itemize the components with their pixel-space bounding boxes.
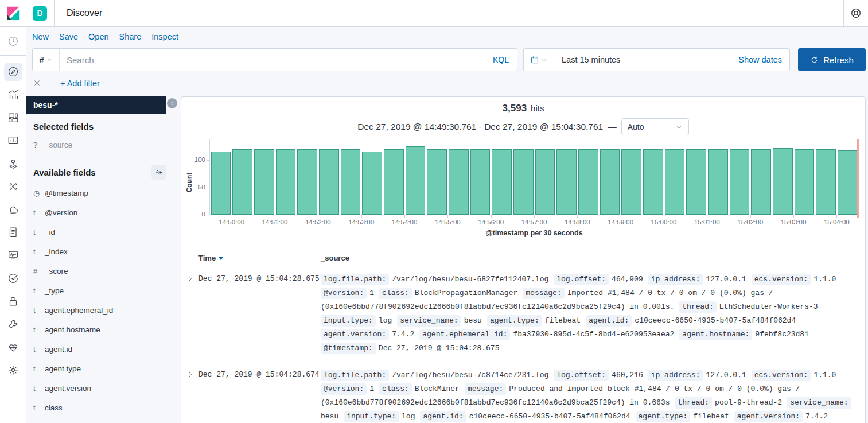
field-item-agent.ephemeral_id[interactable]: tagent.ephemeral_id bbox=[26, 300, 174, 320]
quick-select-menu-button[interactable] bbox=[524, 49, 554, 71]
field-key-badge: agent.type: bbox=[487, 315, 542, 327]
field-name: _source bbox=[45, 141, 72, 149]
toolbar-link-inspect[interactable]: Inspect bbox=[151, 32, 178, 41]
histogram-bar-14:56:00[interactable] bbox=[492, 149, 512, 215]
refresh-button[interactable]: Refresh bbox=[798, 48, 866, 71]
query-bar: # KQL bbox=[32, 48, 517, 71]
nav-visualize[interactable] bbox=[0, 83, 26, 106]
histogram-bar-14:51:30[interactable] bbox=[297, 149, 317, 215]
expand-row-icon[interactable] bbox=[181, 368, 198, 423]
siem-icon bbox=[4, 292, 22, 311]
nav-discover[interactable] bbox=[0, 60, 26, 83]
histogram-bar-15:04:00[interactable] bbox=[838, 150, 858, 215]
histogram-bar-14:54:30[interactable] bbox=[427, 149, 447, 215]
nav-apm[interactable] bbox=[0, 244, 26, 267]
field-type-icon: t bbox=[33, 364, 43, 373]
add-filter-button[interactable]: + Add filter bbox=[60, 79, 100, 88]
histogram-bar-14:52:30[interactable] bbox=[341, 149, 361, 215]
field-key-badge: class: bbox=[379, 383, 412, 395]
histogram-bar-14:55:30[interactable] bbox=[470, 149, 491, 215]
histogram-interval-select[interactable]: Auto bbox=[621, 118, 689, 135]
histogram-bar-14:57:00[interactable] bbox=[535, 149, 555, 215]
histogram-bar-14:50:00[interactable] bbox=[232, 149, 252, 215]
field-item-agent.type[interactable]: tagent.type bbox=[26, 359, 174, 378]
field-key-badge: agent.type: bbox=[636, 411, 691, 422]
column-header-time[interactable]: Time bbox=[198, 254, 321, 262]
histogram-bar-14:59:30[interactable] bbox=[643, 149, 663, 215]
filter-settings-icon[interactable] bbox=[32, 78, 42, 88]
field-item-_index[interactable]: t_index bbox=[26, 242, 174, 261]
time-range-value[interactable]: Last 15 minutes bbox=[554, 55, 731, 64]
nav-canvas[interactable] bbox=[0, 129, 26, 152]
histogram-bar-15:03:00[interactable] bbox=[795, 149, 815, 215]
histogram-bar-14:58:00[interactable] bbox=[578, 149, 598, 215]
saved-query-menu-button[interactable]: # bbox=[33, 49, 60, 71]
field-value: fba37930-895d-4c5f-8bd4-e620953eaea2 bbox=[513, 330, 674, 339]
histogram-bar-14:57:30[interactable] bbox=[556, 149, 577, 215]
recent-icon[interactable] bbox=[0, 27, 26, 56]
field-item-agent.version[interactable]: tagent.version bbox=[26, 378, 174, 398]
nav-metrics[interactable] bbox=[0, 198, 26, 221]
field-item-agent.hostname[interactable]: tagent.hostname bbox=[26, 320, 174, 339]
field-item-_id[interactable]: t_id bbox=[26, 222, 174, 242]
field-item-_score[interactable]: #_score bbox=[26, 261, 174, 281]
field-item-_type[interactable]: t_type bbox=[26, 281, 174, 300]
histogram-bar-14:51:00[interactable] bbox=[276, 149, 296, 215]
histogram-bar-15:02:00[interactable] bbox=[751, 149, 771, 215]
histogram-bar-14:54:00[interactable] bbox=[406, 146, 426, 215]
expand-row-icon[interactable] bbox=[181, 273, 198, 355]
toolbar-link-save[interactable]: Save bbox=[59, 32, 78, 41]
histogram-bar-14:53:00[interactable] bbox=[362, 152, 382, 215]
histogram-bar-14:58:30[interactable] bbox=[600, 149, 620, 215]
histogram-bar-14:53:30[interactable] bbox=[384, 149, 404, 215]
field-item-@version[interactable]: t@version bbox=[26, 203, 174, 222]
field-item-agent.id[interactable]: tagent.id bbox=[26, 339, 174, 359]
x-tick-mark bbox=[577, 215, 578, 218]
x-tick-label: 14:57:00 bbox=[521, 219, 547, 226]
table-row: Dec 27, 2019 @ 15:04:28.674log.file.path… bbox=[181, 362, 865, 423]
toolbar-link-open[interactable]: Open bbox=[88, 32, 108, 41]
nav-uptime[interactable] bbox=[0, 267, 26, 290]
field-item-container[interactable]: tcontainer bbox=[26, 417, 174, 423]
histogram-bar-14:56:30[interactable] bbox=[513, 149, 534, 215]
histogram-bar-14:50:30[interactable] bbox=[254, 149, 274, 215]
field-value: 7.4.2 bbox=[805, 412, 828, 421]
nav-stack-monitoring[interactable] bbox=[0, 336, 26, 359]
field-item-@timestamp[interactable]: ◷@timestamp bbox=[26, 183, 174, 203]
nav-machine-learning[interactable] bbox=[0, 175, 26, 198]
nav-dev-tools[interactable] bbox=[0, 313, 26, 336]
histogram-bar-15:01:00[interactable] bbox=[708, 149, 728, 215]
nav-siem[interactable] bbox=[0, 290, 26, 313]
histogram-bar-14:59:00[interactable] bbox=[621, 149, 641, 215]
sidebar-collapse-button[interactable] bbox=[167, 98, 177, 108]
field-item-class[interactable]: tclass bbox=[26, 398, 174, 417]
field-type-icon: t bbox=[33, 403, 43, 412]
show-dates-button[interactable]: Show dates bbox=[731, 55, 789, 64]
histogram-bar-15:02:30[interactable] bbox=[773, 148, 793, 215]
nav-management[interactable] bbox=[0, 359, 26, 382]
toolbar-link-new[interactable]: New bbox=[32, 32, 49, 41]
histogram-bar-15:03:30[interactable] bbox=[816, 149, 836, 215]
field-item-_source[interactable]: ?_source bbox=[26, 135, 174, 154]
field-name: @version bbox=[45, 208, 77, 217]
kql-syntax-button[interactable]: KQL bbox=[485, 55, 517, 64]
histogram-bar-14:52:00[interactable] bbox=[319, 149, 339, 215]
search-input[interactable] bbox=[60, 55, 485, 65]
nav-logs[interactable] bbox=[0, 221, 26, 244]
kibana-logo[interactable] bbox=[0, 0, 26, 27]
histogram-bar-14:55:00[interactable] bbox=[449, 149, 469, 215]
chevron-down-icon bbox=[675, 123, 683, 131]
nav-maps[interactable] bbox=[0, 152, 26, 175]
field-settings-icon[interactable] bbox=[151, 165, 166, 180]
nav-dashboard[interactable] bbox=[0, 106, 26, 129]
help-icon[interactable] bbox=[843, 0, 868, 26]
app-badge[interactable]: D bbox=[33, 6, 47, 21]
index-pattern-selector[interactable]: besu-* bbox=[26, 96, 166, 114]
management-icon bbox=[4, 361, 22, 379]
toolbar-link-share[interactable]: Share bbox=[119, 32, 142, 41]
field-value: filebeat bbox=[545, 316, 581, 325]
histogram-bar-15:00:00[interactable] bbox=[665, 149, 685, 215]
histogram-bar-14:49:30[interactable] bbox=[211, 152, 231, 215]
histogram-bar-15:00:30[interactable] bbox=[686, 149, 706, 215]
histogram-bar-15:01:30[interactable] bbox=[730, 149, 750, 215]
